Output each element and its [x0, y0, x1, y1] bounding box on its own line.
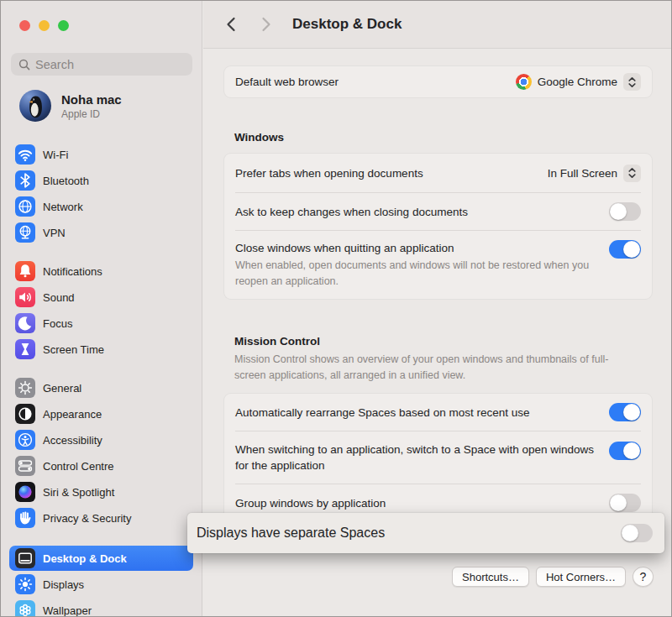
shortcuts-button[interactable]: Shortcuts…: [452, 567, 529, 587]
sidebar-item-label: Displays: [43, 578, 84, 591]
windows-section-title: Windows: [234, 131, 671, 144]
displays-separate-spaces-callout: Displays have separate Spaces: [187, 513, 664, 553]
sidebar-item-label: VPN: [43, 227, 66, 239]
apple-id-row[interactable]: Noha mac Apple ID: [19, 90, 122, 122]
sidebar-item-label: Focus: [43, 317, 72, 330]
rearrange-spaces-label: Automatically rearrange Spaces based on …: [235, 405, 529, 421]
displays-separate-spaces-label: Displays have separate Spaces: [197, 525, 385, 541]
window-controls: [19, 20, 69, 31]
default-browser-row: Default web browser Google Chrome: [224, 66, 652, 97]
prefer-tabs-label: Prefer tabs when opening documents: [235, 165, 423, 181]
windows-card: Prefer tabs when opening documents In Fu…: [223, 153, 653, 300]
sidebar-item-label: Appearance: [43, 408, 102, 421]
sidebar-item-screen-time[interactable]: Screen Time: [9, 337, 193, 362]
sidebar-item-label: Accessibility: [43, 434, 102, 447]
sidebar-item-network[interactable]: Network: [9, 194, 193, 219]
sidebar-item-label: Desktop & Dock: [43, 552, 127, 565]
sun-icon: [15, 574, 35, 594]
stepper-icon[interactable]: [623, 73, 641, 91]
sidebar-item-label: Notifications: [43, 265, 102, 278]
footer-buttons: Shortcuts… Hot Corners… ?: [452, 567, 654, 587]
close-windows-label: Close windows when quitting an applicati…: [235, 240, 609, 256]
sidebar-item-wallpaper[interactable]: Wallpaper: [9, 598, 193, 617]
hand-icon: [15, 508, 35, 528]
sidebar-item-bluetooth[interactable]: Bluetooth: [9, 168, 193, 193]
sidebar-item-sound[interactable]: Sound: [9, 285, 193, 310]
close-window-button[interactable]: [19, 20, 30, 31]
control-centre-icon: [15, 456, 35, 476]
wifi-icon: [15, 144, 35, 165]
gear-icon: [15, 378, 35, 398]
sidebar-item-vpn[interactable]: VPN: [9, 220, 193, 245]
group-windows-toggle[interactable]: [609, 494, 641, 512]
help-button[interactable]: ?: [633, 567, 654, 587]
prefer-tabs-value: In Full Screen: [548, 167, 617, 180]
desktop-dock-icon: [15, 548, 35, 568]
bluetooth-icon: [15, 170, 35, 191]
rearrange-spaces-row: Automatically rearrange Spaces based on …: [224, 394, 652, 431]
prefer-tabs-select[interactable]: In Full Screen: [548, 165, 641, 182]
close-windows-description: When enabled, open documents and windows…: [235, 258, 609, 290]
sidebar-item-label: General: [43, 382, 81, 395]
forward-button[interactable]: [259, 16, 274, 33]
group-windows-label: Group windows by application: [235, 495, 386, 511]
speaker-icon: [15, 287, 35, 307]
sidebar-item-focus[interactable]: Focus: [9, 311, 193, 336]
zoom-window-button[interactable]: [58, 20, 69, 31]
page-title: Desktop & Dock: [292, 16, 402, 33]
sidebar-item-label: Screen Time: [43, 343, 104, 356]
globe-icon: [15, 196, 35, 217]
switch-space-toggle[interactable]: [609, 442, 641, 460]
sidebar-item-wifi[interactable]: Wi-Fi: [9, 142, 193, 167]
sidebar: Search Noha mac: [1, 1, 202, 616]
sidebar-item-privacy-security[interactable]: Privacy & Security: [9, 505, 193, 531]
sidebar-item-label: Siri & Spotlight: [43, 486, 114, 499]
system-settings-window: Search Noha mac: [0, 0, 672, 617]
sidebar-item-label: Control Centre: [43, 460, 114, 473]
avatar: [19, 90, 51, 122]
displays-separate-spaces-toggle[interactable]: [621, 524, 653, 542]
default-browser-value: Google Chrome: [538, 76, 617, 88]
sidebar-item-label: Bluetooth: [43, 175, 89, 187]
sidebar-item-control-centre[interactable]: Control Centre: [9, 453, 193, 478]
default-browser-select[interactable]: Google Chrome: [516, 73, 641, 91]
mission-control-description: Mission Control shows an overview of you…: [234, 352, 622, 384]
ask-keep-changes-label: Ask to keep changes when closing documen…: [235, 204, 468, 220]
siri-icon: [15, 482, 35, 502]
close-windows-row: Close windows when quitting an applicati…: [224, 231, 652, 299]
profile-subtitle: Apple ID: [61, 108, 122, 120]
sidebar-item-desktop-dock[interactable]: Desktop & Dock: [9, 546, 193, 571]
back-button[interactable]: [223, 16, 239, 33]
bell-icon: [15, 261, 35, 281]
sidebar-nav: Wi-Fi Bluetooth Network: [9, 142, 193, 617]
ask-keep-changes-toggle[interactable]: [609, 202, 641, 221]
wallpaper-icon: [15, 600, 35, 617]
profile-name: Noha mac: [61, 92, 122, 107]
mission-control-title: Mission Control: [234, 335, 671, 348]
sidebar-item-general[interactable]: General: [9, 375, 193, 400]
vpn-icon: [15, 222, 35, 243]
search-input[interactable]: Search: [11, 53, 192, 76]
prefer-tabs-row: Prefer tabs when opening documents In Fu…: [224, 154, 652, 192]
accessibility-icon: [15, 430, 35, 450]
stepper-icon[interactable]: [623, 165, 641, 182]
sidebar-item-appearance[interactable]: Appearance: [9, 401, 193, 426]
rearrange-spaces-toggle[interactable]: [609, 403, 641, 421]
sidebar-item-siri-spotlight[interactable]: Siri & Spotlight: [9, 479, 193, 505]
sidebar-item-displays[interactable]: Displays: [9, 572, 193, 597]
hot-corners-button[interactable]: Hot Corners…: [536, 567, 626, 587]
chrome-icon: [516, 74, 532, 90]
sidebar-item-label: Wallpaper: [43, 604, 92, 617]
sidebar-item-notifications[interactable]: Notifications: [9, 259, 193, 284]
moon-icon: [15, 313, 35, 333]
close-windows-toggle[interactable]: [609, 240, 641, 259]
default-browser-label: Default web browser: [235, 74, 339, 90]
ask-keep-changes-row: Ask to keep changes when closing documen…: [224, 193, 652, 230]
browser-card: Default web browser Google Chrome: [223, 65, 653, 98]
sidebar-item-accessibility[interactable]: Accessibility: [9, 427, 193, 452]
hourglass-icon: [15, 339, 35, 359]
switch-space-row: When switching to an application, switch…: [224, 431, 652, 484]
mission-control-card: Automatically rearrange Spaces based on …: [223, 393, 653, 522]
sidebar-item-label: Privacy & Security: [43, 512, 131, 525]
minimize-window-button[interactable]: [39, 20, 50, 31]
